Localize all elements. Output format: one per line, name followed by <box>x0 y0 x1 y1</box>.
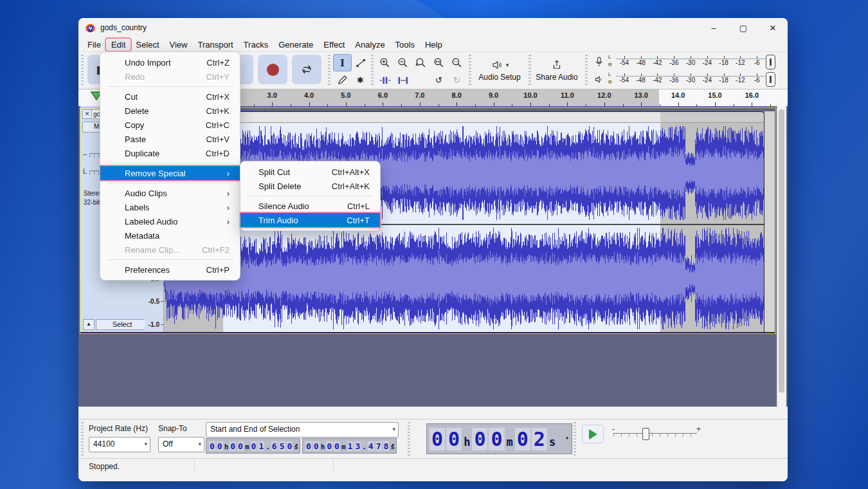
audio-position-display[interactable]: 00h00m02s▾ <box>426 423 572 454</box>
close-button[interactable]: ✕ <box>758 18 788 37</box>
dropdown-arrow-icon[interactable]: ▾ <box>295 441 298 448</box>
draw-tool-button[interactable] <box>333 71 352 89</box>
trim-audio-outside-selection-button[interactable] <box>375 71 394 89</box>
edit-menu-item-labels[interactable]: Labels› <box>100 200 240 214</box>
share-audio-grabber[interactable] <box>529 55 531 87</box>
envelope-tool-button[interactable] <box>351 54 370 71</box>
dropdown-arrow-icon[interactable]: ▾ <box>392 441 395 448</box>
remove-special-item-trim-audio[interactable]: Trim AudioCtrl+T <box>240 213 380 227</box>
track-collapse-button[interactable]: ▲ <box>83 319 95 330</box>
redo-button[interactable]: ↻ <box>448 71 466 89</box>
menubar-item-tracks[interactable]: Tracks <box>239 39 274 51</box>
title-bar[interactable]: gods_country – ▢ ✕ <box>78 18 788 37</box>
maximize-button[interactable]: ▢ <box>728 18 758 37</box>
desktop-background: gods_country – ▢ ✕ FileEditSelectViewTra… <box>0 0 868 489</box>
menubar-item-help[interactable]: Help <box>420 39 448 51</box>
speed-slider-thumb[interactable] <box>642 428 649 440</box>
vertical-scrollbar[interactable] <box>777 106 786 407</box>
status-text: Stopped. <box>89 462 120 471</box>
recording-meter[interactable]: LR-54-48-42-36-30-24-18-12-6 <box>590 53 778 70</box>
menubar-item-transport[interactable]: Transport <box>192 39 238 51</box>
remove-special-item-silence-audio[interactable]: Silence AudioCtrl+L <box>240 199 380 213</box>
edit-menu-item-copy[interactable]: CopyCtrl+C <box>100 118 240 132</box>
share-audio-button[interactable]: Share Audio <box>533 54 581 86</box>
undo-button[interactable]: ↺ <box>429 71 448 89</box>
menubar-item-file[interactable]: File <box>82 39 106 51</box>
play-at-speed-button[interactable] <box>582 425 604 443</box>
edit-menu-item-delete[interactable]: DeleteCtrl+K <box>100 104 240 118</box>
record-button[interactable] <box>258 55 287 84</box>
remove-special-item-split-delete[interactable]: Split DeleteCtrl+Alt+K <box>240 179 380 193</box>
menubar-item-effect[interactable]: Effect <box>318 39 350 51</box>
zoom-out-button[interactable] <box>393 54 412 71</box>
audacity-window: gods_country – ▢ ✕ FileEditSelectViewTra… <box>78 18 788 481</box>
remove-special-item-shortcut: Ctrl+Alt+X <box>332 167 370 177</box>
selection-tool-button[interactable]: I <box>333 54 352 71</box>
fit-project-button[interactable] <box>429 54 448 71</box>
edit-menu-item-preferences[interactable]: PreferencesCtrl+P <box>100 263 240 277</box>
zoom-toggle-icon <box>451 57 463 69</box>
tools-toolbar-grabber[interactable] <box>328 55 330 87</box>
menubar-item-edit[interactable]: Edit <box>106 39 131 51</box>
menubar-item-generate[interactable]: Generate <box>273 39 318 51</box>
edit-menu-item-paste[interactable]: PasteCtrl+V <box>100 132 240 146</box>
vertical-scrollbar-thumb[interactable] <box>779 109 784 392</box>
meter-zero-handle[interactable] <box>766 72 775 87</box>
menubar-item-view[interactable]: View <box>165 39 193 51</box>
transport-toolbar-grabber[interactable] <box>81 55 84 87</box>
audio-setup-grabber[interactable] <box>469 55 471 87</box>
edit-menu-item-remove-special[interactable]: Remove Special› <box>100 166 240 180</box>
edit-menu-item-audio-clips[interactable]: Audio Clips› <box>100 186 240 200</box>
silence-audio-selection-button[interactable] <box>393 71 412 89</box>
edit-menu-item-metadata[interactable]: Metadata <box>100 228 240 243</box>
track-close-button[interactable]: ✕ <box>82 109 92 119</box>
menubar-item-select[interactable]: Select <box>131 39 164 51</box>
loop-button[interactable] <box>292 55 321 84</box>
edit-toolbar-grabber[interactable] <box>371 55 374 87</box>
edit-menu-item-rename-clip[interactable]: Rename Clip...Ctrl+F2 <box>100 243 240 257</box>
meter-scale-label: -6 <box>748 77 765 84</box>
dropdown-arrow-icon[interactable]: ▾ <box>565 434 569 441</box>
edit-menu-item-redo[interactable]: RedoCtrl+Y <box>100 69 240 84</box>
menubar-item-analyze[interactable]: Analyze <box>350 39 390 51</box>
edit-menu-item-undo-import[interactable]: Undo ImportCtrl+Z <box>100 55 240 69</box>
multi-tool-button[interactable]: ✱ <box>351 71 370 89</box>
track-select-button[interactable]: Select <box>96 319 149 330</box>
selection-start-field[interactable]: 00h00m01.650s▾ <box>206 438 300 454</box>
edit-menu-item-labeled-audio[interactable]: Labeled Audio› <box>100 214 240 228</box>
edit-menu-item-cut[interactable]: CutCtrl+X <box>100 89 240 104</box>
selection-range-mode-combo[interactable]: Start and End of Selection <box>206 422 399 438</box>
edit-menu-item-shortcut: Ctrl+K <box>206 106 230 116</box>
selection-toolbar-grabber[interactable] <box>81 422 84 456</box>
playback-speaker-icon <box>590 71 607 87</box>
minimize-button[interactable]: – <box>699 18 728 37</box>
edit-menu-item-label: Delete <box>125 106 191 116</box>
playback-speed-slider[interactable]: - + <box>608 425 702 442</box>
meter-scale-label: -18 <box>716 77 732 84</box>
edit-menu-item-label: Labeled Audio <box>125 217 212 226</box>
remove-special-item-shortcut: Ctrl+Alt+K <box>332 181 370 191</box>
project-rate-combo[interactable]: 44100 <box>89 437 150 452</box>
ruler-time-label: 12.0 <box>597 91 611 99</box>
selection-end-field[interactable]: 00h00m13.478s▾ <box>302 438 397 454</box>
meter-zero-handle[interactable] <box>766 55 775 69</box>
audio-setup-button[interactable]: ▾ Audio Setup <box>474 54 525 86</box>
snap-to-combo[interactable]: Off <box>158 437 204 452</box>
remove-special-item-split-cut[interactable]: Split CutCtrl+Alt+X <box>240 165 380 179</box>
timeline-selection-highlight <box>222 89 659 107</box>
zoom-in-button[interactable] <box>375 54 394 71</box>
meter-toolbar-grabber[interactable] <box>585 55 588 87</box>
edit-menu-item-label: Copy <box>125 120 190 130</box>
submenu-arrow-icon: › <box>227 203 230 212</box>
edit-menu-item-duplicate[interactable]: DuplicateCtrl+D <box>100 146 240 160</box>
menubar-item-tools[interactable]: Tools <box>390 39 420 51</box>
play-at-speed-grabber[interactable] <box>574 422 576 456</box>
edit-menu-item-shortcut: Ctrl+X <box>206 92 230 102</box>
playback-meter[interactable]: LR-54-48-42-36-30-24-18-12-6 <box>590 71 778 88</box>
zoom-toggle-button[interactable] <box>448 54 466 71</box>
zoom-in-icon <box>379 57 391 69</box>
time-toolbar-grabber[interactable] <box>408 422 410 456</box>
zoom-selection-button[interactable] <box>411 54 430 71</box>
speaker-icon <box>491 59 503 71</box>
remove-special-item-shortcut: Ctrl+L <box>347 201 370 211</box>
